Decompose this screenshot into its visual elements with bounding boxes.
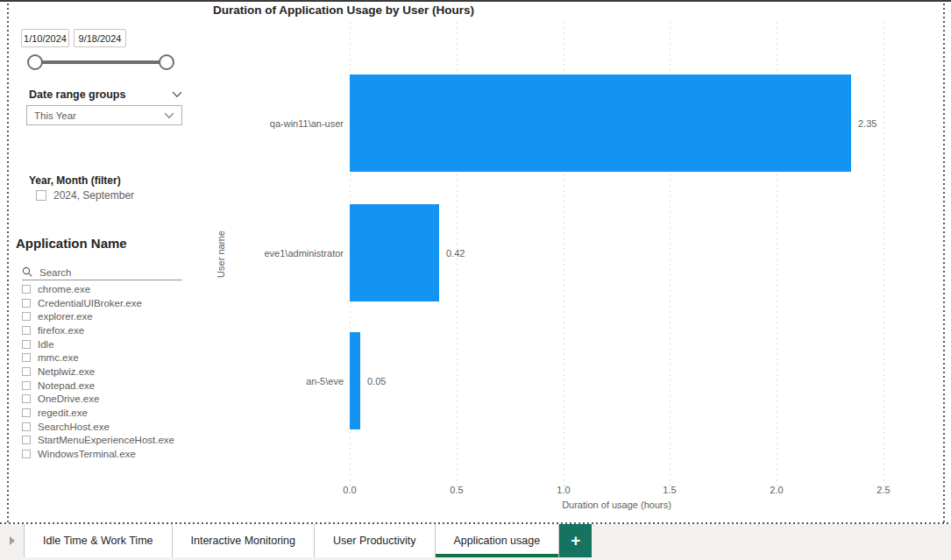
- app-filter-label: Netplwiz.exe: [38, 366, 95, 377]
- app-filter-label: Idle: [38, 339, 54, 350]
- plus-icon: +: [571, 531, 580, 550]
- date-range-slider-handle-end[interactable]: [159, 54, 174, 70]
- checkbox[interactable]: [22, 408, 31, 417]
- date-range-groups-header[interactable]: Date range groups: [29, 89, 182, 101]
- x-tick-label: 1.5: [652, 485, 687, 495]
- year-month-filter-label: Year, Month (filter): [29, 174, 121, 187]
- checkbox[interactable]: [22, 450, 31, 458]
- checkbox[interactable]: [22, 422, 31, 431]
- chevron-right-icon: [10, 536, 15, 545]
- date-range-slider-handle-start[interactable]: [27, 54, 43, 70]
- checkbox[interactable]: [22, 326, 31, 335]
- checkbox[interactable]: [22, 353, 31, 362]
- application-search-input[interactable]: [39, 267, 171, 278]
- checkbox[interactable]: [22, 394, 31, 403]
- date-end-input[interactable]: [74, 29, 126, 47]
- app-filter-label: firefox.exe: [38, 325, 84, 336]
- x-tick-label: 2.5: [866, 485, 901, 495]
- tab-label: User Productivity: [333, 535, 415, 547]
- tab-idle-time-work-time[interactable]: Idle Time & Work Time: [25, 524, 173, 557]
- page-tab-bar: Idle Time & Work TimeInteractive Monitor…: [0, 524, 951, 560]
- bar[interactable]: [350, 332, 360, 429]
- app-filter-label: OneDrive.exe: [38, 393, 99, 404]
- app-filter-row[interactable]: firefox.exe: [22, 323, 188, 337]
- checkbox[interactable]: [22, 299, 31, 308]
- app-filter-row[interactable]: WindowsTerminal.exe: [22, 447, 188, 461]
- tab-interactive-monitoring[interactable]: Interactive Monitoring: [173, 524, 316, 557]
- date-start-input[interactable]: [21, 29, 69, 47]
- app-filter-label: chrome.exe: [38, 284, 90, 294]
- checkbox[interactable]: [36, 190, 46, 201]
- app-filter-label: regedit.exe: [38, 408, 88, 418]
- y-axis-title: User name: [216, 230, 226, 278]
- tab-strip: Idle Time & Work TimeInteractive Monitor…: [25, 524, 559, 560]
- checkbox[interactable]: [22, 312, 31, 321]
- chevron-down-icon: [164, 112, 174, 119]
- canvas-right-dotted-border: [943, 4, 945, 522]
- checkbox[interactable]: [22, 381, 31, 390]
- app-filter-row[interactable]: Idle: [22, 337, 188, 351]
- app-filter-row[interactable]: mmc.exe: [22, 351, 188, 365]
- grid-line: [884, 22, 884, 486]
- report-canvas: Date range groups This Year Year, Month …: [0, 0, 951, 524]
- app-filter-label: CredentialUIBroker.exe: [38, 298, 142, 308]
- application-search-row: [22, 265, 182, 280]
- checkbox[interactable]: [22, 340, 31, 349]
- date-range-groups-dropdown[interactable]: This Year: [26, 105, 182, 125]
- app-filter-row[interactable]: Notepad.exe: [22, 379, 188, 393]
- app-filter-label: StartMenuExperienceHost.exe: [38, 435, 174, 445]
- app-filter-row[interactable]: Netplwiz.exe: [22, 365, 188, 379]
- x-tick-label: 2.0: [759, 485, 794, 495]
- active-tab-underline: [436, 554, 559, 557]
- application-name-slicer-title: Application Name: [16, 236, 127, 251]
- date-range-groups-label: Date range groups: [29, 89, 125, 101]
- bar-category-label: an-5\eve: [210, 375, 344, 387]
- app-filter-row[interactable]: explorer.exe: [22, 309, 188, 323]
- bar-value-label: 2.35: [858, 117, 876, 130]
- bar-category-label: qa-win11\an-user: [210, 117, 344, 130]
- bar-category-label: eve1\administrator: [210, 247, 344, 259]
- dropdown-selected-value: This Year: [34, 110, 76, 121]
- year-month-option-row[interactable]: 2024, September: [36, 189, 134, 202]
- chevron-down-icon: [172, 91, 182, 98]
- app-filter-row[interactable]: SearchHost.exe: [22, 420, 188, 434]
- search-icon: [22, 266, 33, 278]
- checkbox[interactable]: [22, 436, 31, 444]
- application-filter-list: chrome.exeCredentialUIBroker.exeexplorer…: [22, 282, 188, 461]
- app-filter-label: WindowsTerminal.exe: [38, 449, 136, 459]
- checkbox[interactable]: [22, 285, 31, 294]
- bar-value-label: 0.05: [367, 375, 386, 387]
- tab-label: Application usage: [454, 535, 541, 547]
- year-month-option-label: 2024, September: [53, 189, 134, 202]
- tab-label: Idle Time & Work Time: [43, 535, 153, 547]
- bar-value-label: 0.42: [446, 247, 465, 259]
- app-filter-row[interactable]: regedit.exe: [22, 406, 188, 420]
- tab-scroll-button[interactable]: [0, 524, 25, 557]
- x-tick-label: 0.0: [332, 485, 367, 495]
- app-filter-label: mmc.exe: [38, 352, 79, 363]
- canvas-left-dotted-border: [7, 4, 9, 522]
- app-filter-row[interactable]: CredentialUIBroker.exe: [22, 296, 188, 310]
- chart-title: Duration of Application Usage by User (H…: [213, 4, 474, 17]
- tab-label: Interactive Monitoring: [191, 535, 296, 547]
- app-filter-row[interactable]: chrome.exe: [22, 282, 188, 296]
- bar[interactable]: [350, 74, 851, 172]
- new-page-button[interactable]: +: [559, 524, 592, 557]
- app-filter-label: Notepad.exe: [38, 380, 95, 391]
- date-range-slider-track: [35, 60, 167, 64]
- checkbox[interactable]: [22, 367, 31, 376]
- x-tick-label: 1.0: [546, 485, 581, 495]
- app-filter-row[interactable]: OneDrive.exe: [22, 393, 188, 407]
- bar[interactable]: [350, 204, 439, 301]
- app-filter-row[interactable]: StartMenuExperienceHost.exe: [22, 434, 188, 448]
- tab-user-productivity[interactable]: User Productivity: [315, 524, 435, 557]
- tab-application-usage[interactable]: Application usage: [436, 524, 560, 557]
- x-tick-label: 0.5: [439, 485, 474, 495]
- x-axis-title: Duration of usage (hours): [350, 500, 884, 510]
- canvas-top-border: [0, 0, 951, 2]
- app-filter-label: SearchHost.exe: [38, 422, 110, 432]
- app-filter-label: explorer.exe: [38, 311, 93, 322]
